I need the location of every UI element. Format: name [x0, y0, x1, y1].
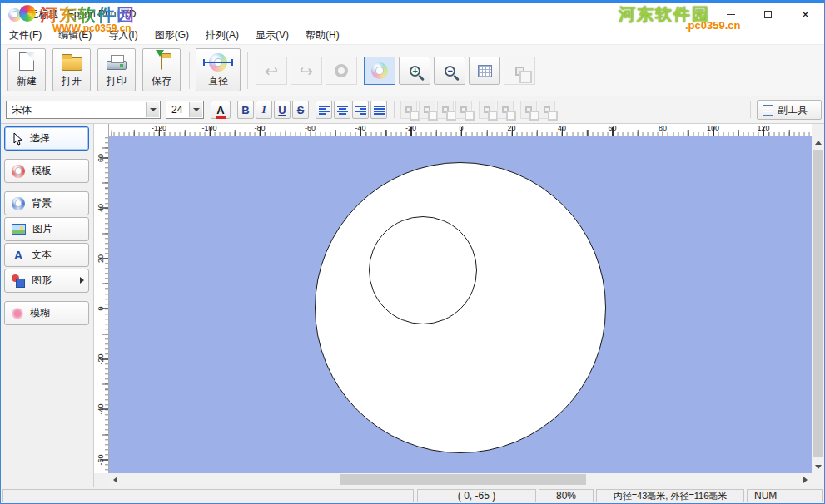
- underline-button[interactable]: U: [274, 101, 291, 119]
- arrow-left-icon: [113, 477, 117, 483]
- chevron-down-icon: [189, 102, 202, 117]
- vertical-scrollbar[interactable]: [812, 136, 824, 473]
- disc-measure-button[interactable]: [326, 57, 357, 85]
- bring-front-icon: [484, 106, 490, 113]
- blur-tool-button[interactable]: 模糊: [4, 301, 89, 325]
- ungroup-icon: [424, 106, 430, 113]
- template-tool-button[interactable]: 模板: [4, 159, 89, 183]
- close-button[interactable]: ×: [787, 3, 824, 26]
- menu-item-help[interactable]: 帮助(H): [297, 26, 348, 44]
- folder-icon: [161, 57, 162, 70]
- align-center-icon: [337, 106, 348, 115]
- strikethrough-button[interactable]: S: [292, 101, 309, 119]
- zoom-out-button[interactable]: −: [434, 57, 465, 85]
- send-back-button[interactable]: [497, 101, 514, 119]
- font-family-select[interactable]: 宋体: [6, 101, 161, 119]
- align-horizontal-button[interactable]: [520, 101, 537, 119]
- select-tool-button[interactable]: 选择: [4, 126, 89, 151]
- menu-item-arrange[interactable]: 排列(A): [197, 26, 247, 44]
- scroll-up-button[interactable]: [812, 136, 824, 149]
- align-left-button[interactable]: [316, 101, 332, 119]
- redo-icon: ↪: [300, 63, 313, 79]
- maximize-button[interactable]: [749, 3, 787, 26]
- subtool-icon: [763, 105, 773, 116]
- cd-disc-outer-circle[interactable]: [315, 162, 606, 453]
- grid-button[interactable]: [469, 57, 500, 85]
- layers-button[interactable]: [504, 57, 535, 85]
- close-icon: ×: [802, 8, 809, 22]
- toolbar-separator: [189, 52, 190, 89]
- horizontal-scroll-thumb[interactable]: [340, 474, 586, 485]
- align-right-button[interactable]: [352, 101, 369, 119]
- vertical-scroll-thumb[interactable]: [813, 150, 823, 457]
- align-justify-button[interactable]: [370, 101, 387, 119]
- group-icon: [405, 106, 412, 113]
- submenu-arrow-icon: [80, 277, 84, 284]
- menu-item-import[interactable]: 导入(I): [100, 26, 146, 44]
- ruler-label: 40: [97, 201, 105, 215]
- ruler-label: 0: [97, 302, 105, 315]
- blur-icon: [12, 308, 23, 319]
- arrange-group-button[interactable]: [400, 101, 417, 119]
- zoom-in-button[interactable]: +: [399, 57, 430, 85]
- diameter-button[interactable]: 直径: [196, 48, 241, 91]
- print-button[interactable]: 打印: [97, 48, 136, 91]
- text-tool-button[interactable]: A 文本: [4, 243, 89, 267]
- arrange-ungroup-button[interactable]: [419, 101, 435, 119]
- cd-disc-inner-circle[interactable]: [369, 216, 477, 324]
- ruler-label: -60: [305, 124, 316, 132]
- menu-item-edit[interactable]: 编辑(E): [50, 26, 100, 44]
- printer-icon: [107, 61, 127, 70]
- open-button-label: 打开: [62, 74, 82, 88]
- scroll-left-button[interactable]: [109, 473, 122, 486]
- undo-icon: ↩: [265, 63, 278, 79]
- scroll-down-button[interactable]: [812, 461, 824, 473]
- save-button[interactable]: 保存: [142, 48, 181, 91]
- ruler-label: -60: [97, 453, 105, 467]
- background-tool-button[interactable]: 背景: [4, 191, 89, 215]
- strikethrough-icon: S: [297, 104, 305, 116]
- status-message-panel: [2, 489, 414, 502]
- subtool-button[interactable]: 副工具: [757, 100, 822, 120]
- align-center-button[interactable]: [334, 101, 350, 119]
- ruler-label: -20: [97, 353, 105, 366]
- canvas[interactable]: [109, 136, 812, 473]
- menu-item-view[interactable]: 显示(V): [247, 26, 297, 44]
- open-button[interactable]: 打开: [52, 48, 91, 91]
- bold-button[interactable]: B: [237, 101, 254, 119]
- toolbar-separator: [394, 101, 395, 118]
- ruler-label: 60: [97, 151, 105, 165]
- minimize-button[interactable]: [712, 3, 749, 26]
- shapes-tool-button[interactable]: 图形: [4, 269, 89, 293]
- italic-button[interactable]: I: [256, 101, 272, 119]
- ruler-label: -20: [405, 124, 416, 132]
- undo-button[interactable]: ↩: [256, 57, 287, 85]
- bring-forward-button[interactable]: [437, 101, 454, 119]
- horizontal-scrollbar[interactable]: [109, 473, 812, 486]
- chevron-down-icon: [146, 102, 159, 117]
- diameter-button-label: 直径: [208, 74, 228, 88]
- window-controls: ×: [712, 3, 824, 26]
- font-size-select[interactable]: 24: [166, 101, 204, 119]
- grid-icon: [478, 65, 492, 77]
- font-color-icon: A: [216, 105, 224, 116]
- align-vertical-button[interactable]: [539, 101, 555, 119]
- send-back-icon: [502, 106, 509, 113]
- bring-front-button[interactable]: [479, 101, 495, 119]
- ruler-label: -100: [201, 124, 216, 132]
- font-color-button[interactable]: A: [211, 101, 231, 119]
- menu-item-shape[interactable]: 图形(G): [147, 26, 197, 44]
- text-tool-label: 文本: [32, 248, 52, 262]
- picture-tool-button[interactable]: 图片: [4, 217, 89, 241]
- ruler-label: 80: [659, 124, 667, 132]
- new-button[interactable]: 新建: [7, 48, 46, 91]
- arrow-right-icon: [803, 477, 808, 483]
- align-left-icon: [319, 106, 330, 115]
- cd-display-button[interactable]: [364, 57, 395, 85]
- scroll-right-button[interactable]: [799, 473, 812, 486]
- ruler-label: -80: [254, 124, 265, 132]
- send-backward-button[interactable]: [455, 101, 472, 119]
- menu-item-file[interactable]: 文件(F): [1, 26, 50, 44]
- shapes-tool-label: 图形: [32, 274, 52, 288]
- redo-button[interactable]: ↪: [291, 57, 322, 85]
